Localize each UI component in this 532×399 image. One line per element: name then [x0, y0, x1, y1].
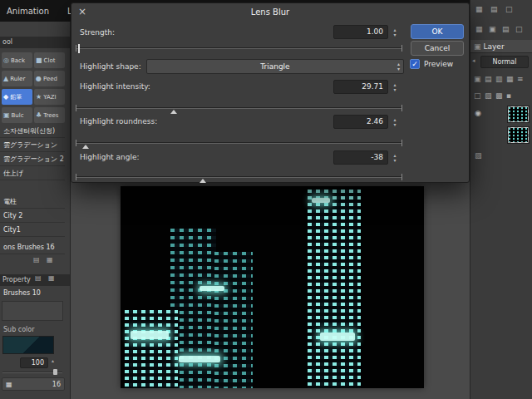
- tool-icon: ♣: [36, 111, 42, 119]
- city-building: [214, 252, 253, 388]
- panel-tab-icon[interactable]: □: [515, 25, 523, 33]
- tool-button-ruler[interactable]: ▲Ruler: [2, 71, 32, 86]
- spinner-down-icon[interactable]: ▾: [393, 87, 396, 92]
- tool-button-back[interactable]: ◎Back: [2, 52, 32, 68]
- highlight-intensity-slider[interactable]: [76, 104, 402, 114]
- light-glow: [320, 332, 355, 341]
- layer-tab[interactable]: ▣ Layer: [470, 40, 532, 53]
- subtool-list-item[interactable]: 雲グラデーション 2: [0, 152, 65, 166]
- tool-panel-tab[interactable]: ool: [0, 37, 71, 48]
- opacity-spinner-icon[interactable]: ▴: [52, 357, 54, 363]
- subtool-list-item[interactable]: 雲グラデーション: [0, 138, 65, 152]
- tool-button-peed[interactable]: ●Peed: [34, 71, 65, 86]
- tool-icon: ◎: [3, 57, 9, 64]
- layer-tool-icon[interactable]: ▦: [506, 75, 514, 83]
- brush-size-row[interactable]: ▦ 16: [2, 377, 65, 391]
- tool-button-yazi[interactable]: ★YAZI: [34, 89, 65, 105]
- opacity-value[interactable]: 100: [20, 357, 48, 368]
- tool-icon: ◆: [3, 93, 8, 101]
- layer-tool-icon[interactable]: ▪: [506, 91, 511, 100]
- spinner-down-icon[interactable]: ▾: [393, 158, 396, 163]
- tool-panel: ool ◎Back ■Clot ▲Ruler ●Peed ◆鉛筆 ★YAZI ▣…: [0, 22, 71, 399]
- highlight-angle-spinner[interactable]: ▴ ▾: [390, 150, 400, 165]
- layer-thumbnail[interactable]: [507, 126, 530, 144]
- strength-slider[interactable]: [76, 44, 402, 54]
- layer-tool-icon[interactable]: ▣: [474, 75, 481, 83]
- layer-tab-icon: ▣: [474, 42, 481, 51]
- tool-button-trees[interactable]: ♣Trees: [34, 107, 65, 123]
- layer-thumbnail-image: [509, 128, 528, 142]
- cancel-button[interactable]: Cancel: [411, 41, 464, 56]
- property-icon-a[interactable]: ▤: [35, 274, 42, 282]
- canvas-image[interactable]: [121, 186, 424, 388]
- brush-size-value: 16: [52, 381, 61, 388]
- preview-checkbox[interactable]: ✓: [410, 59, 420, 69]
- highlight-intensity-value-input[interactable]: 29.71: [333, 80, 388, 94]
- layer-tool-icon[interactable]: ▨: [485, 91, 492, 100]
- color-swatch[interactable]: [2, 336, 54, 354]
- panel-menu-icon[interactable]: ▦: [47, 256, 53, 264]
- layer-panel: ▦ ▤ □ ▦ ▣ ▤ □ ▣ Layer ◂ Normal ▣ ▤ ▥ ▦ ≡…: [470, 0, 532, 399]
- layer-tool-icon[interactable]: ▤: [485, 75, 492, 83]
- brush-preview-box: [2, 301, 63, 321]
- panel-tab-icon[interactable]: ▣: [489, 25, 496, 33]
- strength-slider-handle[interactable]: [78, 44, 80, 53]
- opacity-slider[interactable]: [2, 372, 62, 373]
- layer-tool-icon[interactable]: ▩: [495, 91, 503, 100]
- highlight-angle-value-input[interactable]: -38: [333, 150, 388, 165]
- layer-tool-icon[interactable]: ▥: [495, 75, 503, 83]
- highlight-intensity-spinner[interactable]: ▴ ▾: [390, 80, 400, 94]
- opacity-slider-handle[interactable]: [53, 369, 57, 375]
- brush-tip-icon: ▦: [6, 381, 12, 388]
- dialog-titlebar[interactable]: × Lens Blur: [71, 3, 469, 22]
- strength-spinner[interactable]: ▴ ▾: [390, 25, 400, 39]
- preview-label: Preview: [424, 60, 453, 68]
- highlight-shape-label: Highlight shape:: [80, 62, 141, 71]
- eye-icon[interactable]: ◉: [475, 109, 481, 117]
- highlight-roundness-slider-handle[interactable]: [82, 145, 89, 149]
- subtool-list-item[interactable]: 소자센터워(신청): [0, 124, 65, 138]
- subtool-list-item[interactable]: City 2: [0, 209, 65, 223]
- menu-item-animation[interactable]: Animation: [7, 7, 49, 16]
- highlight-intensity-slider-handle[interactable]: [170, 110, 177, 114]
- highlight-shape-select[interactable]: Triangle ▴▾: [146, 59, 404, 74]
- highlight-roundness-spinner[interactable]: ▴ ▾: [390, 115, 400, 129]
- chevron-left-icon[interactable]: ◂: [472, 57, 475, 64]
- sub-color-label: Sub color: [0, 323, 65, 337]
- highlight-angle-slider-handle[interactable]: [200, 179, 206, 183]
- tool-icon: ★: [36, 93, 42, 101]
- spinner-down-icon[interactable]: ▾: [393, 32, 396, 37]
- tool-icon: ▣: [3, 111, 10, 119]
- subtool-list-item[interactable]: ons Brushes 16: [0, 240, 65, 254]
- tool-button-pencil[interactable]: ◆鉛筆: [2, 89, 32, 105]
- subtool-list-item[interactable]: 電柱: [0, 195, 65, 209]
- layer-tool-icon[interactable]: □: [474, 91, 481, 100]
- tool-button-clot[interactable]: ■Clot: [34, 52, 65, 68]
- highlight-roundness-slider[interactable]: [76, 139, 402, 149]
- layer-folder-icon[interactable]: ▨: [475, 151, 482, 160]
- property-icon-b[interactable]: ▦: [48, 274, 55, 282]
- panel-dock-icon[interactable]: ▦: [475, 5, 483, 13]
- blend-mode-select[interactable]: Normal: [480, 56, 529, 68]
- light-glow: [312, 198, 330, 203]
- spinner-down-icon[interactable]: ▾: [393, 122, 396, 127]
- city-building: [125, 310, 178, 388]
- panel-tab-icon[interactable]: ▦: [475, 25, 483, 33]
- panel-tab-icon[interactable]: ▤: [502, 25, 510, 33]
- highlight-angle-slider[interactable]: [76, 173, 402, 183]
- layer-thumbnail[interactable]: [507, 106, 530, 123]
- tool-button-bulc[interactable]: ▣Bulc: [2, 107, 32, 123]
- panel-dock-icon[interactable]: □: [505, 5, 513, 13]
- strength-value-input[interactable]: 1.00: [333, 25, 388, 39]
- panel-dock-icon[interactable]: ▤: [490, 5, 498, 13]
- ok-button[interactable]: OK: [411, 24, 464, 39]
- subtool-list-item[interactable]: 仕上げ: [0, 166, 65, 180]
- panel-options-icon[interactable]: ▤: [33, 256, 40, 264]
- tool-icon: ■: [36, 57, 42, 64]
- check-icon: ✓: [411, 60, 418, 68]
- light-glow: [131, 331, 169, 339]
- layer-tool-icon[interactable]: ≡: [517, 75, 524, 83]
- subtool-list-item[interactable]: City1: [0, 223, 65, 237]
- highlight-roundness-value-input[interactable]: 2.46: [333, 115, 388, 129]
- brushes-label: Brushes 10: [0, 286, 65, 300]
